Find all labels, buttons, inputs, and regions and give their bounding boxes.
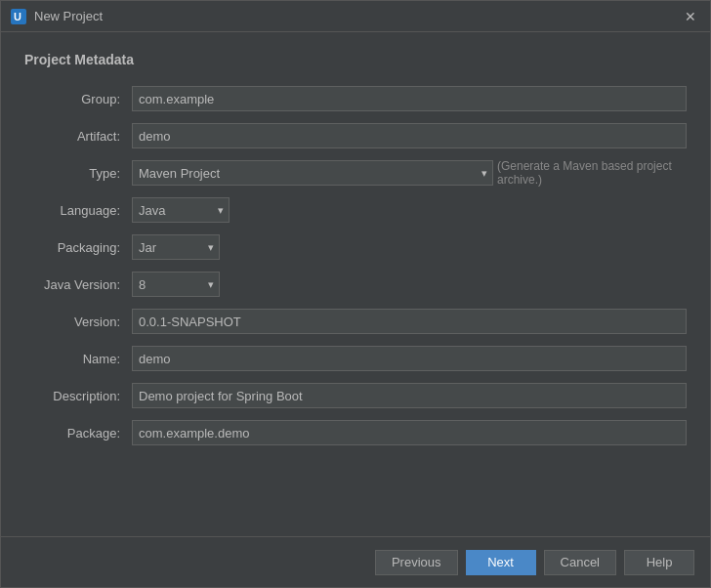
artifact-label: Artifact: (24, 129, 132, 144)
artifact-row: Artifact: (24, 122, 687, 149)
packaging-select-wrapper: Jar War (132, 234, 220, 260)
previous-button[interactable]: Previous (375, 550, 458, 575)
language-select-wrapper: Java Kotlin Groovy (132, 197, 230, 223)
java-version-row: Java Version: 8 11 17 (24, 271, 687, 298)
language-row: Language: Java Kotlin Groovy (24, 196, 687, 224)
next-button[interactable]: Next (466, 550, 536, 575)
packaging-row: Packaging: Jar War (24, 233, 687, 261)
package-row: Package: (24, 419, 687, 446)
name-label: Name: (24, 352, 132, 366)
section-title: Project Metadata (24, 52, 687, 67)
packaging-label: Packaging: (24, 240, 132, 255)
dialog-title: New Project (34, 9, 103, 23)
dialog-content: Project Metadata Group: Artifact: Type: … (1, 32, 710, 536)
version-row: Version: (24, 308, 687, 335)
artifact-input[interactable] (132, 123, 687, 148)
package-label: Package: (24, 426, 132, 441)
help-button[interactable]: Help (624, 550, 694, 575)
java-version-label: Java Version: (24, 277, 132, 292)
version-input[interactable] (132, 309, 687, 334)
app-icon: U (11, 9, 26, 24)
close-button[interactable]: ✕ (681, 7, 700, 26)
name-row: Name: (24, 345, 687, 372)
cancel-button[interactable]: Cancel (544, 550, 616, 575)
type-row: Type: Maven Project Gradle Project (Gene… (24, 159, 687, 187)
description-input[interactable] (132, 383, 687, 408)
group-input[interactable] (132, 86, 687, 111)
type-select[interactable]: Maven Project Gradle Project (132, 160, 493, 186)
type-select-wrapper: Maven Project Gradle Project (132, 160, 493, 186)
group-row: Group: (24, 85, 687, 112)
java-version-select[interactable]: 8 11 17 (132, 272, 220, 297)
description-row: Description: (24, 382, 687, 409)
version-label: Version: (24, 315, 132, 329)
dialog-footer: Previous Next Cancel Help (1, 536, 710, 587)
java-version-select-wrapper: 8 11 17 (132, 272, 220, 297)
title-bar-left: U New Project (11, 9, 103, 24)
title-bar: U New Project ✕ (1, 1, 710, 32)
packaging-select[interactable]: Jar War (132, 234, 220, 260)
name-input[interactable] (132, 346, 687, 371)
type-hint: (Generate a Maven based project archive.… (497, 159, 687, 187)
new-project-dialog: U New Project ✕ Project Metadata Group: … (0, 0, 711, 588)
package-input[interactable] (132, 420, 687, 445)
type-label: Type: (24, 166, 132, 181)
description-label: Description: (24, 389, 132, 403)
svg-text:U: U (14, 11, 21, 22)
language-label: Language: (24, 203, 132, 218)
language-select[interactable]: Java Kotlin Groovy (132, 197, 230, 223)
group-label: Group: (24, 92, 132, 106)
